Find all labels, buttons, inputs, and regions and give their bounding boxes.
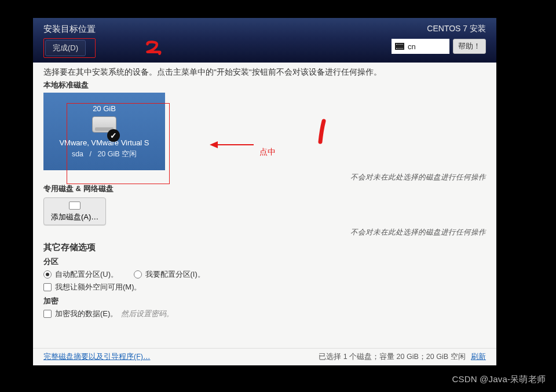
- unselected-disks-hint-2: 不会对未在此处选择的磁盘进行任何操作: [43, 228, 486, 237]
- help-button[interactable]: 帮助！: [453, 39, 486, 54]
- partition-heading: 分区: [43, 257, 486, 267]
- keyboard-layout-indicator[interactable]: cn: [392, 39, 449, 54]
- special-disks-label: 专用磁盘 & 网络磁盘: [43, 184, 486, 194]
- content-area: 选择要在其中安装系统的设备。点击主菜单中的"开始安装"按钮前不会对该设备进行任何…: [33, 63, 496, 348]
- keyboard-icon: [395, 43, 404, 50]
- annotation-box-done: 完成(D): [43, 38, 96, 58]
- done-button[interactable]: 完成(D): [45, 40, 86, 56]
- installer-window: 安装目标位置 完成(D) CENTOS 7 安装 cn 帮助！ 选择要在其中安装…: [33, 18, 496, 365]
- local-disks-label: 本地标准磁盘: [43, 80, 486, 90]
- check-icon: ✓: [107, 129, 120, 142]
- refresh-link[interactable]: 刷新: [471, 353, 486, 361]
- header-bar: 安装目标位置 完成(D) CENTOS 7 安装 cn 帮助！: [33, 18, 496, 63]
- radio-auto-partition[interactable]: [43, 270, 52, 279]
- page-title: 安装目标位置: [43, 24, 96, 35]
- disk-free: 20 GiB 空闲: [97, 150, 137, 158]
- radio-manual-partition-label: 我要配置分区(I)。: [145, 269, 205, 280]
- check-extra-space-label: 我想让额外空间可用(M)。: [55, 282, 142, 292]
- other-storage-title: 其它存储选项: [43, 242, 486, 253]
- add-disk-label: 添加磁盘(A)…: [51, 212, 98, 222]
- add-disk-icon: [69, 202, 81, 210]
- footer-bar: 完整磁盘摘要以及引导程序(F)… 已选择 1 个磁盘；容量 20 GiB；20 …: [33, 348, 496, 365]
- radio-manual-partition[interactable]: [134, 270, 142, 279]
- check-encrypt[interactable]: [43, 310, 52, 318]
- instruction-text: 选择要在其中安装系统的设备。点击主菜单中的"开始安装"按钮前不会对该设备进行任何…: [43, 67, 486, 78]
- disk-device: sda: [72, 150, 83, 158]
- disk-info: sda / 20 GiB 空闲: [72, 149, 137, 159]
- disk-tile-sda[interactable]: 20 GiB ✓ VMware, VMware Virtual S sda / …: [43, 93, 165, 170]
- watermark: CSDN @Java-呆萌老师: [452, 374, 546, 385]
- check-extra-space[interactable]: [43, 283, 52, 291]
- selection-status: 已选择 1 个磁盘；容量 20 GiB；20 GiB 空闲 刷新: [319, 352, 486, 362]
- add-disk-button[interactable]: 添加磁盘(A)…: [43, 197, 106, 225]
- disk-summary-link[interactable]: 完整磁盘摘要以及引导程序(F)…: [43, 352, 150, 362]
- installer-title: CENTOS 7 安装: [427, 24, 486, 34]
- disk-name: VMware, VMware Virtual S: [59, 138, 149, 147]
- encrypt-heading: 加密: [43, 296, 486, 306]
- unselected-disks-hint-1: 不会对未在此处选择的磁盘进行任何操作: [43, 173, 486, 182]
- encrypt-hint: 然后设置密码。: [121, 309, 174, 319]
- keyboard-layout-label: cn: [408, 42, 416, 51]
- radio-auto-partition-label: 自动配置分区(U)。: [55, 269, 118, 280]
- check-encrypt-label: 加密我的数据(E)。: [55, 309, 118, 319]
- disk-size: 20 GiB: [93, 104, 116, 113]
